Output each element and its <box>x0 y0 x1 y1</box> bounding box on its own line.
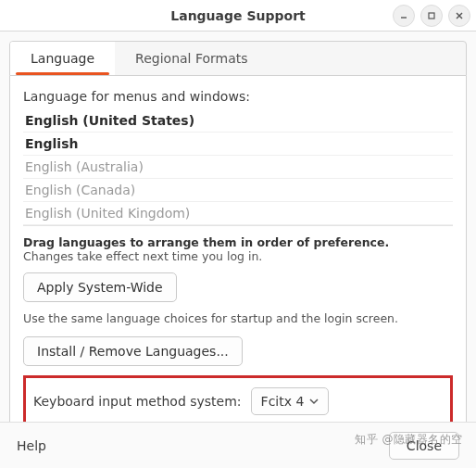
install-remove-languages-button[interactable]: Install / Remove Languages... <box>23 336 243 366</box>
apply-button-label: Apply System-Wide <box>37 280 163 295</box>
list-item[interactable]: English (United Kingdom) <box>23 202 453 225</box>
apply-system-wide-button[interactable]: Apply System-Wide <box>23 272 177 302</box>
menu-language-label: Language for menus and windows: <box>23 89 453 104</box>
maximize-button[interactable] <box>420 5 443 27</box>
close-label: Close <box>407 438 442 453</box>
window-controls <box>393 5 476 27</box>
minimize-button[interactable] <box>393 5 415 27</box>
tab-language-label: Language <box>31 51 94 66</box>
tab-regional-label: Regional Formats <box>135 51 247 66</box>
language-panel: Language for menus and windows: English … <box>9 76 467 445</box>
apply-note: Use the same language choices for startu… <box>23 311 453 325</box>
keyboard-input-method-row: Keyboard input method system: Fcitx 4 <box>23 375 453 427</box>
input-method-dropdown[interactable]: Fcitx 4 <box>251 387 330 415</box>
close-window-button[interactable] <box>448 5 470 27</box>
titlebar: Language Support <box>0 0 476 32</box>
list-item[interactable]: English (Australia) <box>23 156 453 179</box>
content-area: Language Regional Formats Language for m… <box>0 32 476 445</box>
tab-regional-formats[interactable]: Regional Formats <box>115 42 268 75</box>
effect-hint: Changes take effect next time you log in… <box>23 249 453 263</box>
svg-rect-1 <box>429 13 434 19</box>
input-method-value: Fcitx 4 <box>261 394 305 409</box>
close-button[interactable]: Close <box>389 432 459 460</box>
language-list: English (United States) English English … <box>23 109 453 226</box>
drag-hint: Drag languages to arrange them in order … <box>23 235 453 249</box>
input-method-label: Keyboard input method system: <box>33 394 242 409</box>
chevron-down-icon <box>309 397 319 406</box>
help-label: Help <box>17 438 46 453</box>
help-button[interactable]: Help <box>17 438 46 453</box>
tab-bar: Language Regional Formats <box>9 41 467 76</box>
list-item[interactable]: English (United States) <box>23 109 453 133</box>
list-item[interactable]: English <box>23 133 453 156</box>
list-item[interactable]: English (Canada) <box>23 179 453 202</box>
tab-language[interactable]: Language <box>10 42 115 75</box>
install-button-label: Install / Remove Languages... <box>37 344 229 359</box>
dialog-footer: Help Close <box>0 422 476 468</box>
